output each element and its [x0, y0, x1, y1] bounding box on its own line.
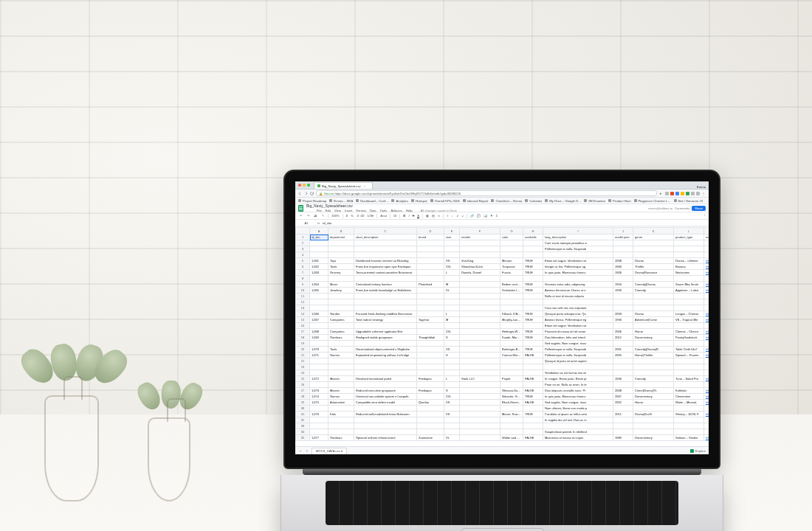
- cell[interactable]: 1906: [613, 270, 633, 276]
- nav-reload-icon[interactable]: [310, 192, 314, 195]
- cell[interactable]: Comedy: [633, 288, 674, 294]
- column-header[interactable]: C: [354, 228, 417, 235]
- cell[interactable]: [310, 246, 328, 252]
- functions-icon[interactable]: Σ: [496, 214, 498, 218]
- row-header[interactable]: 11: [296, 294, 310, 299]
- cell[interactable]: Table Cloth 54x7: [674, 347, 704, 353]
- cell[interactable]: Fuscia: [500, 270, 523, 276]
- menu-item[interactable]: Data: [370, 209, 376, 212]
- cell[interactable]: main_image: [704, 235, 709, 240]
- cell[interactable]: [674, 364, 704, 370]
- cell[interactable]: Quisque porta volutpat erat. Qu: [543, 311, 613, 317]
- cell[interactable]: 1,072: [310, 376, 328, 382]
- row-header[interactable]: 1: [296, 235, 310, 240]
- cell[interactable]: [310, 423, 328, 429]
- sheet-tab[interactable]: MOCK_DATA.csv ▾: [312, 448, 347, 454]
- wrap-icon[interactable]: ↲: [456, 214, 458, 218]
- cell[interactable]: Kids: [328, 412, 354, 417]
- cell[interactable]: Movies: [328, 388, 354, 394]
- cell[interactable]: FALSE: [523, 376, 543, 382]
- cell[interactable]: TRUE: [523, 335, 543, 341]
- row-header[interactable]: 4: [296, 252, 310, 258]
- cell[interactable]: [354, 370, 417, 376]
- merge-icon[interactable]: ⇔: [438, 214, 440, 218]
- cell[interactable]: [613, 246, 633, 252]
- cell[interactable]: Drama|Romance: [633, 270, 674, 276]
- cell[interactable]: Appetizer – Lobst: [674, 288, 704, 294]
- cell[interactable]: [444, 323, 460, 329]
- cell[interactable]: [460, 370, 500, 376]
- cell[interactable]: http://dummyimage.com/110x167.jpg: [704, 311, 709, 317]
- cell[interactable]: 1,063: [310, 270, 328, 276]
- cell[interactable]: [704, 423, 709, 429]
- cell[interactable]: [613, 417, 633, 423]
- column-header[interactable]: K: [633, 228, 674, 235]
- cell[interactable]: [674, 252, 704, 258]
- cell[interactable]: Nectarines: [674, 270, 704, 276]
- cell[interactable]: [417, 347, 444, 353]
- cell[interactable]: Pellentesque at nulla. Suspendi: [543, 347, 613, 353]
- cell[interactable]: [417, 394, 444, 400]
- cell[interactable]: [613, 341, 633, 347]
- cell[interactable]: Front-line mobile knowledge us Bubblemix: [354, 288, 417, 294]
- cell[interactable]: [543, 252, 613, 258]
- column-header[interactable]: D: [417, 228, 444, 235]
- cell[interactable]: 2006: [613, 329, 633, 335]
- cell[interactable]: [523, 276, 543, 282]
- cell[interactable]: [328, 423, 354, 429]
- cell[interactable]: Pastry/foodstock: [674, 335, 704, 341]
- cell[interactable]: 1,077: [310, 435, 328, 441]
- cell[interactable]: TRUE: [523, 412, 543, 417]
- cell[interactable]: Documentary: [633, 394, 674, 400]
- cell[interactable]: [500, 341, 523, 347]
- toolbar-collapse-icon[interactable]: ⌃: [703, 214, 706, 218]
- cell[interactable]: [633, 305, 674, 311]
- cell[interactable]: Distributed heuristic internet so Bluezb…: [354, 258, 417, 264]
- cell[interactable]: [444, 382, 460, 388]
- cell[interactable]: [444, 358, 460, 364]
- cell[interactable]: 1,064: [310, 282, 328, 288]
- cell[interactable]: [500, 364, 523, 370]
- cell[interactable]: [674, 246, 704, 252]
- cell[interactable]: [354, 276, 417, 282]
- cell[interactable]: [460, 246, 500, 252]
- cell[interactable]: [444, 406, 460, 412]
- cell[interactable]: [704, 299, 709, 305]
- column-header[interactable]: M: [704, 228, 709, 235]
- cell[interactable]: Clementine: [674, 394, 704, 400]
- cell[interactable]: [354, 382, 417, 388]
- print-icon[interactable]: 🖶: [313, 214, 317, 218]
- cell[interactable]: product_type: [674, 235, 704, 240]
- cell[interactable]: http://dummyimage.com/203x204.png: [704, 264, 709, 270]
- cell[interactable]: [613, 305, 633, 311]
- cell[interactable]: Feedspan: [417, 388, 444, 394]
- cell[interactable]: [417, 412, 444, 417]
- cell[interactable]: [460, 435, 500, 441]
- cell[interactable]: Kohlrabi: [674, 388, 704, 394]
- cell[interactable]: [704, 406, 709, 412]
- all-sheets-icon[interactable]: ≡: [305, 448, 309, 453]
- cell[interactable]: [460, 423, 500, 429]
- cell[interactable]: XS: [444, 412, 460, 417]
- rotate-icon[interactable]: ⤾: [461, 214, 464, 218]
- row-header[interactable]: 24: [296, 370, 310, 376]
- column-header[interactable]: G: [500, 228, 523, 235]
- cell[interactable]: [633, 276, 674, 282]
- cell[interactable]: Drama|Sci-Fi: [633, 412, 674, 417]
- cell[interactable]: Aenean fermentum. Donec ut n: [543, 288, 613, 294]
- row-header[interactable]: 32: [296, 417, 310, 423]
- cell[interactable]: Outdoors: [328, 335, 354, 341]
- cell[interactable]: Water – Mineral,: [674, 400, 704, 406]
- bookmark-item[interactable]: Checklists – Emma: [491, 199, 522, 203]
- link-icon[interactable]: 🔗: [470, 214, 474, 218]
- cell[interactable]: [460, 400, 500, 406]
- cell[interactable]: [354, 294, 417, 299]
- cell[interactable]: Gleason-Sanford Turquoise: [500, 388, 523, 394]
- cell[interactable]: [674, 358, 704, 364]
- cell[interactable]: [460, 353, 500, 358]
- cell[interactable]: http://dummyimage.com/234x102.bmp: [704, 388, 709, 394]
- cell[interactable]: Thoughtblab: [417, 335, 444, 341]
- cell[interactable]: [354, 429, 417, 435]
- cell[interactable]: [417, 353, 444, 358]
- cell[interactable]: [674, 429, 704, 435]
